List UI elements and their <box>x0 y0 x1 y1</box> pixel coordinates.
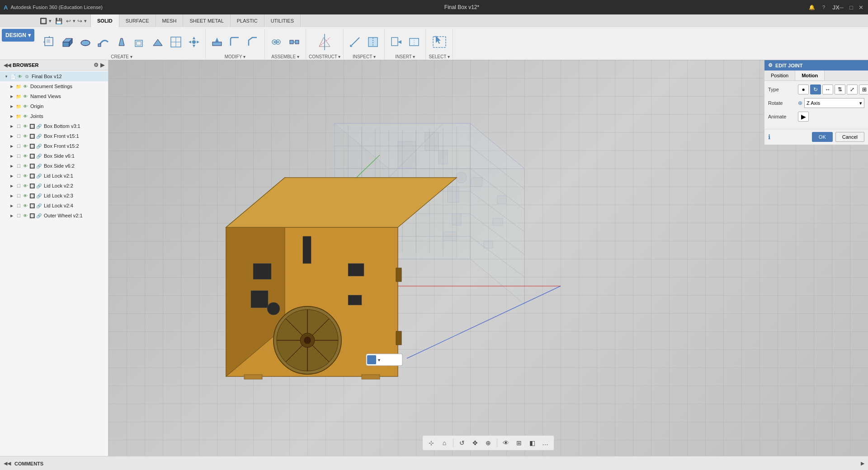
insert-label[interactable]: INSERT ▾ <box>395 54 415 61</box>
construct-main-btn[interactable] <box>315 31 335 54</box>
expand-box-front2[interactable]: ▶ <box>9 143 14 149</box>
lid-lock4-eye-icon[interactable]: 👁 <box>22 202 28 209</box>
lid-lock3-eye-icon[interactable]: 👁 <box>22 193 28 199</box>
rotate-axis-dropdown[interactable]: ▾ <box>859 100 862 106</box>
tree-item-box-side2[interactable]: ▶ ☐ 👁 🔲 🔗 Box Side v6:2 <box>0 161 108 171</box>
box-front2-eye-icon[interactable]: 👁 <box>22 143 28 149</box>
move-btn[interactable] <box>185 31 203 54</box>
expand-box-bottom[interactable]: ▶ <box>9 123 14 129</box>
expand-box-front1[interactable]: ▶ <box>9 133 14 139</box>
tab-utilities[interactable]: UTILITIES <box>264 14 301 27</box>
tree-item-lid-lock2[interactable]: ▶ ☐ 👁 🔲 🔗 Lid Lock v2:2 <box>0 181 108 191</box>
tree-item-box-side1[interactable]: ▶ ☐ 👁 🔲 🔗 Box Side v6:1 <box>0 151 108 161</box>
box-side2-check-icon[interactable]: ☐ <box>15 163 22 169</box>
lid-lock1-eye-icon[interactable]: 👁 <box>22 173 28 179</box>
sweep-btn[interactable] <box>95 31 112 54</box>
expand-root[interactable]: ▼ <box>4 74 9 79</box>
expand-box-side2[interactable]: ▶ <box>9 163 14 169</box>
box-front1-eye-icon[interactable]: 👁 <box>22 133 28 139</box>
rigid-group-btn[interactable] <box>286 31 303 54</box>
joint-btn[interactable] <box>268 31 285 54</box>
named-eye-icon[interactable]: 👁 <box>22 93 28 99</box>
rib-btn[interactable] <box>149 31 166 54</box>
assemble-label[interactable]: ASSEMBLE ▾ <box>271 54 299 61</box>
vt-more-btn[interactable]: … <box>539 437 551 449</box>
root-settings-icon[interactable]: ⚙ <box>24 73 30 80</box>
loft-btn[interactable] <box>113 31 130 54</box>
help-icon[interactable]: ? <box>822 5 825 10</box>
expand-lid-lock3[interactable]: ▶ <box>9 193 14 198</box>
new-component-btn[interactable] <box>41 31 58 54</box>
box-bottom-eye-icon[interactable]: 👁 <box>22 123 28 129</box>
expand-doc-settings[interactable]: ▶ <box>9 84 14 89</box>
fillet-btn[interactable] <box>226 31 244 54</box>
tree-item-lid-lock4[interactable]: ▶ ☐ 👁 🔲 🔗 Lid Lock v2:4 <box>0 201 108 211</box>
select-main-btn[interactable] <box>429 31 449 54</box>
press-pull-btn[interactable] <box>208 31 226 54</box>
expand-named-views[interactable]: ▶ <box>9 94 14 99</box>
type-revolute-btn[interactable]: ↻ <box>810 85 821 94</box>
expand-lid-lock2[interactable]: ▶ <box>9 183 14 188</box>
tree-item-lid-lock1[interactable]: ▶ ☐ 👁 🔲 🔗 Lid Lock v2:1 <box>0 171 108 181</box>
viewport-canvas[interactable]: ▾ <box>108 60 868 456</box>
root-eye-icon[interactable]: 👁 <box>17 73 23 80</box>
design-dropdown[interactable]: DESIGN ▾ <box>2 29 34 42</box>
tab-mesh[interactable]: MESH <box>156 14 184 27</box>
cancel-button[interactable]: Cancel <box>835 132 864 142</box>
doc-eye-icon[interactable]: 👁 <box>22 83 28 89</box>
box-side2-eye-icon[interactable]: 👁 <box>22 163 28 169</box>
lid-lock1-check-icon[interactable]: ☐ <box>15 173 22 179</box>
ok-button[interactable]: OK <box>812 132 833 142</box>
type-rigid-btn[interactable]: ● <box>798 85 809 94</box>
undo-dropdown[interactable]: ▾ <box>73 18 75 24</box>
tree-item-box-bottom[interactable]: ▶ ☐ 👁 🔲 🔗 Box Bottom v3:1 <box>0 121 108 131</box>
undo-icon[interactable]: ↩ <box>66 18 71 24</box>
info-icon[interactable]: ℹ <box>768 133 770 141</box>
insert-derive-btn[interactable] <box>387 31 405 54</box>
vt-orbit-btn[interactable]: ↺ <box>456 437 468 449</box>
comments-collapse-icon[interactable]: ◀◀ <box>4 461 11 466</box>
tree-item-joints[interactable]: ▶ 📁 👁 Joints <box>0 111 108 121</box>
box-front1-check-icon[interactable]: ☐ <box>15 133 22 139</box>
box-side1-eye-icon[interactable]: 👁 <box>22 153 28 159</box>
vt-cursor-btn[interactable]: ⊹ <box>425 437 437 449</box>
comments-expand-btn[interactable]: ▶ <box>861 461 864 466</box>
tree-item-box-front2[interactable]: ▶ ☐ 👁 🔲 🔗 Box Front v15:2 <box>0 141 108 151</box>
expand-outer-wheel[interactable]: ▶ <box>9 213 14 218</box>
new-icon[interactable]: 🔲 <box>40 18 47 24</box>
expand-lid-lock4[interactable]: ▶ <box>9 203 14 208</box>
tree-item-outer-wheel[interactable]: ▶ ☐ 👁 🔲 🔗 Outer Wheel v2:1 <box>0 211 108 221</box>
vt-zoom-btn[interactable]: ⊕ <box>482 437 494 449</box>
vt-grid-btn[interactable]: ⊞ <box>513 437 525 449</box>
browser-expand-icon[interactable]: ▶ <box>100 62 104 68</box>
tree-item-origin[interactable]: ▶ 📁 👁 Origin <box>0 101 108 111</box>
shell-btn[interactable] <box>131 31 148 54</box>
box-side1-check-icon[interactable]: ☐ <box>15 153 22 159</box>
tab-solid[interactable]: SOLID <box>91 14 119 27</box>
section-analysis-btn[interactable] <box>364 31 382 54</box>
lid-lock2-eye-icon[interactable]: 👁 <box>22 183 28 189</box>
floating-context-toolbar[interactable]: ▾ <box>366 354 402 366</box>
extrude-btn[interactable] <box>59 31 76 54</box>
tree-item-root[interactable]: ▼ 📄 👁 ⚙ Final Box v12 <box>0 71 108 81</box>
model-3d[interactable]: ▾ <box>154 87 628 404</box>
select-label[interactable]: SELECT ▾ <box>429 54 450 61</box>
inspect-label[interactable]: INSPECT ▾ <box>353 54 376 61</box>
box-bottom-check-icon[interactable]: ☐ <box>15 123 22 129</box>
lid-lock4-check-icon[interactable]: ☐ <box>15 202 22 209</box>
modify-label[interactable]: MODIFY ▾ <box>225 54 245 61</box>
create-label[interactable]: CREATE ▾ <box>111 54 132 61</box>
rotate-axis-select[interactable]: Z Axis ▾ <box>804 98 864 108</box>
type-slider-btn[interactable]: ↔ <box>822 85 833 94</box>
revolve-btn[interactable] <box>77 31 94 54</box>
box-front2-check-icon[interactable]: ☐ <box>15 143 22 149</box>
type-planar-btn[interactable]: ⊞ <box>859 85 868 94</box>
save-icon[interactable]: 💾 <box>55 18 62 24</box>
tree-item-named-views[interactable]: ▶ 📁 👁 Named Views <box>0 91 108 101</box>
notif-icon[interactable]: 🔔 <box>809 5 815 10</box>
outer-wheel-check-icon[interactable]: ☐ <box>15 212 22 219</box>
expand-box-side1[interactable]: ▶ <box>9 153 14 159</box>
joints-eye-icon[interactable]: 👁 <box>22 113 28 119</box>
type-pin-btn[interactable]: ⤢ <box>847 85 858 94</box>
construct-label[interactable]: CONSTRUCT ▾ <box>309 54 340 61</box>
